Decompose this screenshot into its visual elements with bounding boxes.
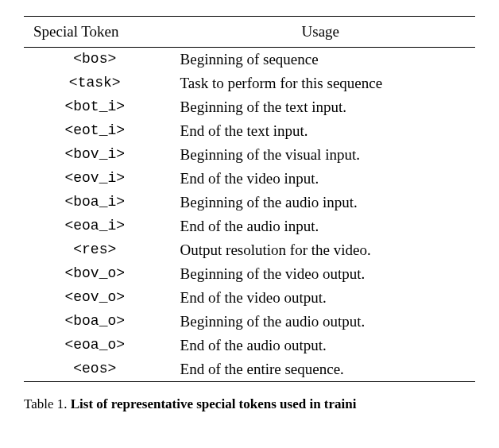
usage-cell: End of the entire sequence. [166,357,475,382]
table-row: <eov_i>End of the video input. [24,167,475,191]
table-row: <bov_i>Beginning of the visual input. [24,143,475,167]
usage-cell: End of the video output. [166,286,475,310]
table-body: <bos>Beginning of sequence <task>Task to… [24,48,475,382]
table-caption: Table 1. List of representative special … [24,396,475,412]
caption-prefix: Table 1. [24,396,71,411]
token-cell: <eos> [24,357,166,382]
header-token: Special Token [24,17,166,48]
usage-cell: Beginning of the visual input. [166,143,475,167]
token-cell: <eoa_i> [24,214,166,238]
usage-cell: End of the audio output. [166,334,475,357]
usage-cell: Beginning of the text input. [166,95,475,119]
token-cell: <bos> [24,48,166,72]
caption-body: List of representative special tokens us… [71,396,357,411]
token-cell: <eoa_o> [24,334,166,357]
table-row: <eos>End of the entire sequence. [24,357,475,382]
special-tokens-table: Special Token Usage <bos>Beginning of se… [24,16,475,382]
table-row: <boa_i>Beginning of the audio input. [24,191,475,214]
token-cell: <bov_o> [24,262,166,286]
token-cell: <bov_i> [24,143,166,167]
token-cell: <boa_o> [24,310,166,334]
usage-cell: Beginning of the audio output. [166,310,475,334]
token-cell: <bot_i> [24,95,166,119]
token-cell: <eot_i> [24,119,166,143]
usage-cell: Beginning of the video output. [166,262,475,286]
table-row: <boa_o>Beginning of the audio output. [24,310,475,334]
usage-cell: End of the text input. [166,119,475,143]
token-cell: <task> [24,71,166,95]
token-cell: <boa_i> [24,191,166,214]
usage-cell: End of the audio input. [166,214,475,238]
table-row: <bov_o>Beginning of the video output. [24,262,475,286]
header-usage: Usage [166,17,475,48]
table-row: <eoa_i>End of the audio input. [24,214,475,238]
table-row: <eoa_o>End of the audio output. [24,334,475,357]
table-row: <task>Task to perform for this sequence [24,71,475,95]
table-row: <bos>Beginning of sequence [24,48,475,72]
token-cell: <res> [24,238,166,262]
token-cell: <eov_i> [24,167,166,191]
usage-cell: End of the video input. [166,167,475,191]
usage-cell: Beginning of sequence [166,48,475,72]
usage-cell: Output resolution for the video. [166,238,475,262]
table-row: <res>Output resolution for the video. [24,238,475,262]
usage-cell: Task to perform for this sequence [166,71,475,95]
usage-cell: Beginning of the audio input. [166,191,475,214]
token-cell: <eov_o> [24,286,166,310]
table-row: <bot_i>Beginning of the text input. [24,95,475,119]
table-row: <eot_i>End of the text input. [24,119,475,143]
table-row: <eov_o>End of the video output. [24,286,475,310]
table-header-row: Special Token Usage [24,17,475,48]
